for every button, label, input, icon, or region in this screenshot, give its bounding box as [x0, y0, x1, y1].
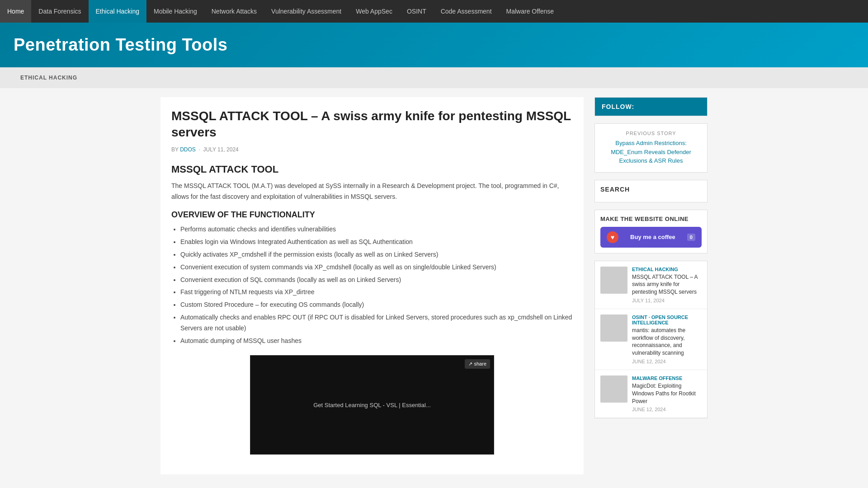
nav-item-malware-offense[interactable]: Malware Offense [499, 0, 561, 23]
nav-item-home[interactable]: Home [0, 0, 31, 23]
nav-item-ethical-hacking[interactable]: Ethical Hacking [89, 0, 147, 23]
nav-item-network-attacks[interactable]: Network Attacks [204, 0, 264, 23]
post-thumbnail [600, 375, 627, 403]
search-box: SEARCH [594, 180, 708, 202]
post-thumbnail [600, 267, 627, 294]
nav-item-mobile-hacking[interactable]: Mobile Hacking [146, 0, 204, 23]
post-date: JUNE 12, 2024 [632, 407, 702, 412]
feature-item: Enables login via Windows Integrated Aut… [180, 237, 573, 248]
recent-posts-section: ETHICAL HACKINGMSSQL ATTACK TOOL – A swi… [594, 261, 708, 419]
nav-item-web-appsec[interactable]: Web AppSec [349, 0, 400, 23]
nav-item-vulnerability-assessment[interactable]: Vulnerability Assessment [264, 0, 349, 23]
article-title: MSSQL ATTACK TOOL – A swiss army knife f… [171, 108, 573, 141]
post-thumbnail [600, 314, 627, 342]
buy-coffee-button[interactable]: ♥ Buy me a coffee 0 [600, 227, 702, 248]
previous-story-link[interactable]: Bypass Admin Restrictions: MDE_Enum Reve… [611, 140, 691, 164]
main-content: MSSQL ATTACK TOOL – A swiss army knife f… [160, 97, 584, 474]
post-info: ETHICAL HACKINGMSSQL ATTACK TOOL – A swi… [632, 267, 702, 303]
recent-post-item[interactable]: ETHICAL HACKINGMSSQL ATTACK TOOL – A swi… [595, 261, 707, 309]
feature-item: Quickly activates XP_cmdshell if the per… [180, 249, 573, 260]
nav-item-data-forensics[interactable]: Data Forensics [31, 0, 88, 23]
post-date: JULY 11, 2024 [632, 298, 702, 303]
previous-story-title: Bypass Admin Restrictions: MDE_Enum Reve… [602, 139, 700, 165]
feature-item: Performs automatic checks and identifies… [180, 224, 573, 235]
article-date: JULY 11, 2024 [203, 146, 238, 153]
meta-by: BY [171, 146, 179, 153]
post-category: OSINT · OPEN SOURCE INTELLIGENCE [632, 314, 702, 325]
follow-box: FOLLOW: [594, 97, 708, 116]
section2-heading: OVERVIEW OF THE FUNCTIONALITY [171, 210, 573, 220]
make-online-section: MAKE THE WEBSITE ONLINE ♥ Buy me a coffe… [594, 210, 708, 253]
body-paragraph: The MSSQL ATTACK TOOL (M.A.T) was develo… [171, 181, 573, 202]
main-nav: HomeData ForensicsEthical HackingMobile … [0, 0, 868, 23]
feature-item: Custom Stored Procedure – for executing … [180, 300, 573, 310]
feature-item: Convenient execution of SQL commands (lo… [180, 275, 573, 286]
search-label: SEARCH [600, 186, 702, 193]
feature-item: Automatically checks and enables RPC OUT… [180, 312, 573, 334]
recent-post-item[interactable]: MALWARE OFFENSEMagicDot: Exploiting Wind… [595, 370, 707, 418]
page-container: MSSQL ATTACK TOOL – A swiss army knife f… [154, 88, 714, 483]
features-list: Performs automatic checks and identifies… [180, 224, 573, 346]
post-info: MALWARE OFFENSEMagicDot: Exploiting Wind… [632, 375, 702, 412]
site-title: Penetration Testing Tools [14, 35, 854, 55]
recent-post-item[interactable]: OSINT · OPEN SOURCE INTELLIGENCEmantis: … [595, 309, 707, 370]
video-label: Get Started Learning SQL - VSL | Essenti… [309, 397, 435, 413]
make-online-label: MAKE THE WEBSITE ONLINE [600, 216, 702, 222]
feature-item: Automatic dumping of MSSQL user hashes [180, 336, 573, 347]
post-info: OSINT · OPEN SOURCE INTELLIGENCEmantis: … [632, 314, 702, 364]
site-header: Penetration Testing Tools [0, 23, 868, 67]
previous-story-label: PREVIOUS STORY [602, 131, 700, 136]
section1-heading: MSSQL ATTACK TOOL [171, 164, 573, 175]
post-category: MALWARE OFFENSE [632, 375, 702, 381]
post-title: MSSQL ATTACK TOOL – A swiss army knife f… [632, 273, 702, 296]
nav-item-code-assessment[interactable]: Code Assessment [434, 0, 499, 23]
sidebar: FOLLOW: PREVIOUS STORY Bypass Admin Rest… [594, 97, 708, 474]
coffee-count: 0 [687, 234, 695, 241]
buy-coffee-label: Buy me a coffee [630, 234, 675, 240]
previous-story-section: PREVIOUS STORY Bypass Admin Restrictions… [594, 123, 708, 173]
feature-item: Fast triggering of NTLM requests via XP_… [180, 287, 573, 298]
nav-item-osint[interactable]: OSINT [400, 0, 434, 23]
coffee-heart-icon: ♥ [607, 231, 618, 243]
breadcrumb-wrapper: ETHICAL HACKING [0, 67, 868, 88]
post-title: MagicDot: Exploiting Windows Paths for R… [632, 382, 702, 405]
feature-item: Convenient execution of system commands … [180, 262, 573, 273]
author-link[interactable]: DDOS [180, 146, 196, 153]
video-embed: Get Started Learning SQL - VSL | Essenti… [250, 355, 494, 455]
video-share-button[interactable]: ↗ share [465, 359, 490, 369]
post-category: ETHICAL HACKING [632, 267, 702, 272]
post-date: JUNE 12, 2024 [632, 359, 702, 364]
breadcrumb: ETHICAL HACKING [14, 71, 854, 84]
article-body: MSSQL ATTACK TOOL The MSSQL ATTACK TOOL … [171, 164, 573, 455]
post-title: mantis: automates the workflow of discov… [632, 327, 702, 357]
follow-label: FOLLOW: [595, 98, 707, 116]
article-meta: BY DDOS · JULY 11, 2024 [171, 146, 573, 153]
